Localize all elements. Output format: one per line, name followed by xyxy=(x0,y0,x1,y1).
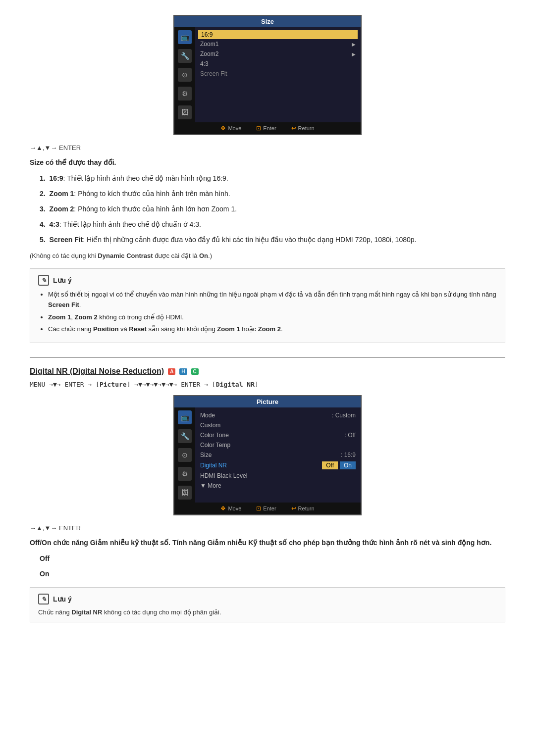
pic-item-colortone[interactable]: Color Tone : Off xyxy=(200,430,356,440)
pic-item-colortemp[interactable]: Color Temp xyxy=(200,440,356,450)
menu-icons: 📺 🔧 ⊙ ⚙ 🖼 xyxy=(174,27,195,122)
pic-footer-return: ↩ Return xyxy=(291,505,315,512)
item-zoom1-label: Zoom1 xyxy=(200,41,352,48)
pic-return-icon: ↩ xyxy=(291,505,296,512)
size-list: 1. 16:9: Thiết lập hình ảnh theo chế độ … xyxy=(40,173,505,245)
off-on-list: Off On xyxy=(40,554,505,579)
digital-nr-menu-nav: MENU →▼→ ENTER → [Picture] →▼→▼→▼→▼→▼→ E… xyxy=(30,381,505,388)
note-box-1: ✎ Lưu ý Một số thiết bị ngoại vi có thể … xyxy=(30,268,505,343)
move-icon: ❖ xyxy=(220,125,226,132)
size-menu-container: Size 📺 🔧 ⊙ ⚙ 🖼 16:9 Zoom1 ▶ Zoom2 ▶ xyxy=(30,15,505,135)
option-on: On xyxy=(340,461,356,469)
size-item-3: 3. Zoom 2: Phóng to kích thước của hình … xyxy=(40,204,505,214)
option-off: Off xyxy=(322,461,338,469)
item-43-label: 4:3 xyxy=(200,60,356,67)
pic-footer-move: ❖ Move xyxy=(220,505,241,512)
size-menu-footer: ❖ Move ⊡ Enter ↩ Return xyxy=(174,122,361,134)
note2-icon: ✎ xyxy=(38,594,49,605)
note1-item-3: Các chức năng Position và Reset sẵn sàng… xyxy=(48,324,497,335)
pic-icon-3: ⊙ xyxy=(178,448,192,462)
note2-text: Chức năng Digital NR không có tác dụng c… xyxy=(38,608,497,616)
note1-label: Lưu ý xyxy=(53,276,72,284)
size-intro: Size có thể được thay đổi. xyxy=(30,158,505,166)
note2-header: ✎ Lưu ý xyxy=(38,594,497,605)
pic-item-mode[interactable]: Mode : Custom xyxy=(200,410,356,420)
picture-menu-icons: 📺 🔧 ⊙ ⚙ 🖼 xyxy=(174,407,195,503)
pic-icon-1: 📺 xyxy=(178,410,192,424)
icon-4: ⚙ xyxy=(178,87,192,101)
pic-item-more[interactable]: ▼ More xyxy=(200,481,356,491)
size-menu-items: 16:9 Zoom1 ▶ Zoom2 ▶ 4:3 Screen Fit xyxy=(195,27,361,122)
note1-icon: ✎ xyxy=(38,275,49,286)
size-item-2: 2. Zoom 1: Phóng to kích thước của hình … xyxy=(40,189,505,199)
menu-item-43[interactable]: 4:3 xyxy=(200,59,356,69)
pic-icon-2: 🔧 xyxy=(178,429,192,443)
off-on-desc: Off/On chức năng Giảm nhiễu kỹ thuật số.… xyxy=(30,539,505,547)
item-zoom2-label: Zoom2 xyxy=(200,50,352,57)
size-item-1: 1. 16:9: Thiết lập hình ảnh theo chế độ … xyxy=(40,173,505,184)
pic-item-digital-nr[interactable]: Digital NR Off On xyxy=(200,460,356,471)
pic-item-custom[interactable]: Custom xyxy=(200,420,356,430)
note-box-2: ✎ Lưu ý Chức năng Digital NR không có tá… xyxy=(30,587,505,622)
size-menu-title: Size xyxy=(174,16,361,27)
item-screenfit-label: Screen Fit xyxy=(200,70,356,77)
footer-enter: ⊡ Enter xyxy=(256,125,276,132)
note1-header: ✎ Lưu ý xyxy=(38,275,497,286)
return-icon: ↩ xyxy=(291,125,296,132)
nav-hint-1: →▲,▼→ ENTER xyxy=(30,144,505,151)
pic-item-hdmi-black[interactable]: HDMI Black Level xyxy=(200,471,356,481)
menu-item-screenfit[interactable]: Screen Fit xyxy=(200,69,356,79)
icon-1: 📺 xyxy=(178,30,192,44)
icon-5: 🖼 xyxy=(178,105,192,119)
picture-menu-title: Picture xyxy=(174,396,361,407)
pic-icon-5: 🖼 xyxy=(178,486,192,500)
zoom2-arrow: ▶ xyxy=(352,51,356,57)
pic-item-size[interactable]: Size : 16:9 xyxy=(200,450,356,460)
menu-item-169[interactable]: 16:9 xyxy=(198,30,358,39)
size-menu: Size 📺 🔧 ⊙ ⚙ 🖼 16:9 Zoom1 ▶ Zoom2 ▶ xyxy=(173,15,362,135)
pic-move-icon: ❖ xyxy=(220,505,226,512)
digital-nr-title-text: Digital NR (Digital Noise Reduction) xyxy=(30,367,164,376)
enter-icon: ⊡ xyxy=(256,125,261,132)
size-item-4: 4. 4:3: Thiết lập hình ảnh theo chế độ c… xyxy=(40,219,505,230)
pic-enter-icon: ⊡ xyxy=(256,505,261,512)
footer-return: ↩ Return xyxy=(291,125,315,132)
icon-3: ⊙ xyxy=(178,68,192,82)
off-on-item-1: Off xyxy=(40,554,505,564)
picture-menu-footer: ❖ Move ⊡ Enter ↩ Return xyxy=(174,503,361,514)
size-item-5: 5. Screen Fit: Hiển thị những cảnh được … xyxy=(40,235,505,245)
digital-nr-title: Digital NR (Digital Noise Reduction) A H… xyxy=(30,367,505,376)
picture-menu-container: Picture 📺 🔧 ⊙ ⚙ 🖼 Mode : Custom Custom C… xyxy=(30,395,505,515)
pic-footer-enter: ⊡ Enter xyxy=(256,505,276,512)
badge-c: C xyxy=(191,368,199,375)
note1-list: Một số thiết bị ngoại vi có thể chuyển v… xyxy=(38,290,497,335)
picture-menu: Picture 📺 🔧 ⊙ ⚙ 🖼 Mode : Custom Custom C… xyxy=(173,395,362,515)
note2-label: Lưu ý xyxy=(53,595,72,603)
icon-2: 🔧 xyxy=(178,49,192,63)
pic-icon-4: ⚙ xyxy=(178,467,192,481)
badge-a: A xyxy=(168,368,175,375)
menu-item-zoom2[interactable]: Zoom2 ▶ xyxy=(200,49,356,59)
footer-move: ❖ Move xyxy=(220,125,241,132)
off-on-item-2: On xyxy=(40,569,505,579)
zoom1-arrow: ▶ xyxy=(352,42,356,47)
nav-hint-2: →▲,▼→ ENTER xyxy=(30,524,505,532)
menu-item-zoom1[interactable]: Zoom1 ▶ xyxy=(200,39,356,49)
note1-item-2: Zoom 1, Zoom 2 không có trong chế độ HDM… xyxy=(48,312,497,323)
item-169-label: 16:9 xyxy=(201,31,355,38)
note1-item-1: Một số thiết bị ngoại vi có thể chuyển v… xyxy=(48,290,497,310)
section-divider xyxy=(30,357,505,358)
dynamic-contrast-note: (Không có tác dụng khi Dynamic Contrast … xyxy=(30,252,505,259)
picture-menu-items: Mode : Custom Custom Color Tone : Off Co… xyxy=(195,407,361,503)
badge-h: H xyxy=(179,368,187,375)
